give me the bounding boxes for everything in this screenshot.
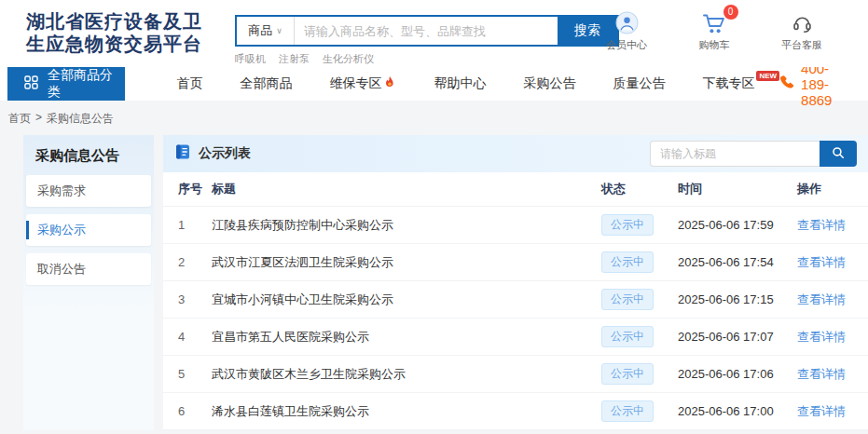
nav-item-maintenance-zone[interactable]: 维保专区	[329, 75, 396, 92]
nav-item-home[interactable]: 首页	[176, 75, 202, 92]
search-box: 商品 ∨ 搜索	[235, 15, 619, 47]
nav-item-download-zone[interactable]: 下载专区 NEW	[702, 75, 779, 92]
row-no: 4	[178, 330, 212, 344]
breadcrumb: 首页 > 采购信息公告	[0, 101, 868, 135]
row-no: 1	[178, 218, 212, 232]
row-title[interactable]: 江陵县疾病预防控制中心采购公示	[212, 217, 601, 234]
cart-icon: 0	[702, 10, 727, 34]
magnifier-icon	[832, 146, 845, 162]
status-badge: 公示中	[601, 289, 654, 310]
sidebar-title: 采购信息公告	[23, 135, 154, 175]
sidebar-item-cancellation-announcements[interactable]: 取消公告	[26, 253, 151, 285]
col-action: 操作	[797, 181, 853, 197]
breadcrumb-current: 采购信息公告	[47, 111, 114, 127]
all-categories-label: 全部商品分类	[48, 67, 125, 101]
hot-fire-icon	[383, 75, 396, 92]
breadcrumb-home[interactable]: 首页	[8, 111, 31, 127]
col-no: 序号	[178, 181, 212, 197]
table-row: 2 武汉市江夏区法泗卫生院采购公示 公示中 2025-06-06 17:54 查…	[163, 244, 868, 281]
search-category-dropdown[interactable]: 商品 ∨	[237, 17, 295, 45]
row-title[interactable]: 宜城市小河镇中心卫生院采购公示	[212, 292, 601, 308]
hot-keyword[interactable]: 呼吸机	[235, 52, 266, 66]
content-area: 采购信息公告 采购需求 采购公示 取消公告 公示列表	[0, 135, 868, 430]
nav-links: 首页 全部商品 维保专区 帮助中心 采购公告 质量公告 下载专区 NEW	[176, 67, 779, 101]
main-navbar: 全部商品分类 首页 全部商品 维保专区 帮助中心 采购公告 质量公告 下载专区 …	[0, 67, 868, 101]
search-category-label: 商品	[248, 22, 272, 39]
headset-icon	[792, 10, 813, 34]
document-icon	[174, 143, 191, 164]
table-row: 5 武汉市黄陂区木兰乡卫生院采购公示 公示中 2025-06-06 17:06 …	[163, 356, 868, 393]
hot-keywords: 呼吸机 注射泵 生化分析仪	[235, 52, 619, 66]
table-row: 6 浠水县白莲镇卫生院采购公示 公示中 2025-06-06 17:00 查看详…	[163, 393, 868, 430]
title-search-button[interactable]	[820, 141, 857, 167]
table-header: 序号 标题 状态 时间 操作	[163, 172, 868, 207]
view-detail-link[interactable]: 查看详情	[797, 254, 853, 271]
nav-item-help-center[interactable]: 帮助中心	[434, 75, 486, 92]
member-center-link[interactable]: 会员中心	[599, 10, 654, 52]
view-detail-link[interactable]: 查看详情	[797, 217, 853, 234]
cart-label: 购物车	[699, 38, 730, 52]
service-hotline: 400-189-8869	[779, 67, 851, 101]
nav-item-quality-announcements[interactable]: 质量公告	[613, 75, 665, 92]
sidebar: 采购信息公告 采购需求 采购公示 取消公告	[23, 135, 154, 430]
view-detail-link[interactable]: 查看详情	[797, 366, 853, 383]
all-categories-button[interactable]: 全部商品分类	[7, 67, 125, 101]
title-search-input[interactable]	[650, 141, 820, 167]
row-time: 2025-06-06 17:59	[678, 218, 797, 232]
nav-item-procurement-announcements[interactable]: 采购公告	[523, 75, 575, 92]
status-badge: 公示中	[601, 214, 654, 236]
row-time: 2025-06-06 17:07	[678, 330, 797, 344]
publicity-list-panel: 公示列表 序号 标题 状态 时间 操作 1	[163, 135, 868, 430]
panel-header: 公示列表	[163, 135, 868, 172]
row-no: 2	[178, 255, 212, 269]
row-time: 2025-06-06 17:54	[678, 255, 797, 269]
logo-line2: 生应急物资交易平台	[26, 33, 202, 55]
new-badge: NEW	[756, 71, 779, 81]
panel-title: 公示列表	[199, 145, 251, 162]
grid-icon	[24, 75, 38, 92]
sidebar-item-procurement-demand[interactable]: 采购需求	[26, 175, 151, 207]
sidebar-item-procurement-publicity[interactable]: 采购公示	[26, 214, 151, 246]
hot-keyword[interactable]: 注射泵	[279, 52, 310, 66]
row-title[interactable]: 武汉市黄陂区木兰乡卫生院采购公示	[212, 366, 601, 383]
row-title[interactable]: 浠水县白莲镇卫生院采购公示	[212, 403, 601, 420]
row-no: 5	[178, 367, 212, 381]
search-input[interactable]	[295, 17, 558, 45]
phone-number[interactable]: 400-189-8869	[801, 61, 851, 108]
chevron-down-icon: ∨	[276, 26, 282, 35]
row-time: 2025-06-06 17:00	[678, 404, 797, 418]
title-search	[650, 141, 857, 167]
table-row: 3 宜城市小河镇中心卫生院采购公示 公示中 2025-06-06 17:15 查…	[163, 281, 868, 319]
cart-link[interactable]: 0 购物车	[687, 10, 741, 52]
status-badge: 公示中	[601, 251, 654, 273]
member-center-label: 会员中心	[606, 38, 647, 52]
status-badge: 公示中	[601, 326, 654, 347]
customer-service-label: 平台客服	[781, 38, 822, 52]
page-body: 首页 > 采购信息公告 采购信息公告 采购需求 采购公示 取消公告 公示列表	[0, 101, 868, 434]
header-quick-links: 会员中心 0 购物车 平台客服	[599, 10, 829, 52]
logo-line1: 湖北省医疗设备及卫	[26, 10, 202, 33]
hot-keyword[interactable]: 生化分析仪	[323, 52, 374, 66]
cart-count-badge: 0	[723, 5, 738, 20]
table-row: 1 江陵县疾病预防控制中心采购公示 公示中 2025-06-06 17:59 查…	[163, 207, 868, 244]
view-detail-link[interactable]: 查看详情	[797, 403, 853, 420]
row-title[interactable]: 宜昌市第五人民医院采购公示	[212, 329, 601, 346]
status-badge: 公示中	[601, 363, 654, 385]
row-time: 2025-06-06 17:15	[678, 292, 797, 306]
col-status: 状态	[601, 181, 678, 197]
view-detail-link[interactable]: 查看详情	[797, 292, 853, 308]
row-time: 2025-06-06 17:06	[678, 367, 797, 381]
row-title[interactable]: 武汉市江夏区法泗卫生院采购公示	[212, 254, 601, 271]
row-no: 6	[178, 404, 212, 418]
nav-item-all-products[interactable]: 全部商品	[240, 75, 292, 92]
phone-icon	[779, 75, 795, 93]
col-title: 标题	[212, 181, 601, 197]
site-header: 湖北省医疗设备及卫 生应急物资交易平台 商品 ∨ 搜索 呼吸机 注射泵 生化分析…	[0, 0, 868, 67]
customer-service-link[interactable]: 平台客服	[775, 10, 829, 52]
table-row: 4 宜昌市第五人民医院采购公示 公示中 2025-06-06 17:07 查看详…	[163, 319, 868, 356]
site-logo[interactable]: 湖北省医疗设备及卫 生应急物资交易平台	[26, 10, 202, 55]
col-time: 时间	[678, 181, 797, 197]
view-detail-link[interactable]: 查看详情	[797, 329, 853, 346]
row-no: 3	[178, 292, 212, 306]
search-area: 商品 ∨ 搜索 呼吸机 注射泵 生化分析仪	[235, 15, 619, 66]
